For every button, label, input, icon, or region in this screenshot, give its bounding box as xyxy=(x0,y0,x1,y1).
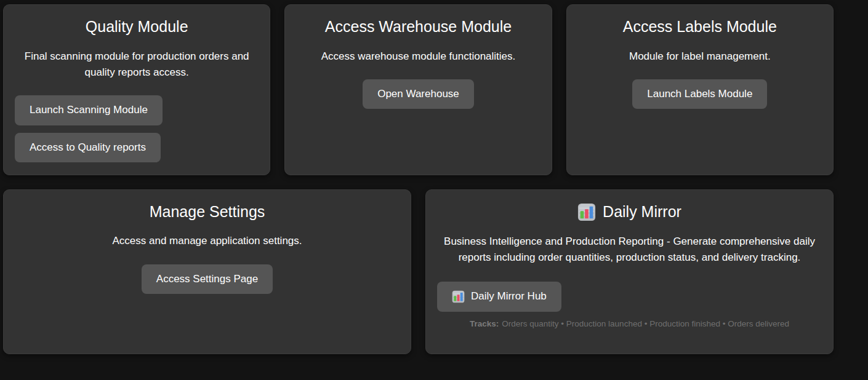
tracks-line: Tracks:Orders quantity • Production laun… xyxy=(436,319,822,329)
access-quality-reports-button[interactable]: Access to Quality reports xyxy=(15,133,161,162)
card-daily-mirror: Daily Mirror Business Intelligence and P… xyxy=(425,189,834,354)
card-description: Module for label management. xyxy=(577,49,822,65)
warehouse-buttons-group: Open Warehouse xyxy=(295,79,540,109)
bar-chart-icon xyxy=(577,203,596,221)
daily-mirror-hub-button[interactable]: Daily Mirror Hub xyxy=(437,282,561,312)
card-warehouse-module: Access Warehouse Module Access warehouse… xyxy=(284,4,552,175)
open-warehouse-button[interactable]: Open Warehouse xyxy=(363,79,474,109)
button-label: Launch Labels Module xyxy=(647,88,752,100)
bar-chart-icon xyxy=(452,290,465,303)
quality-buttons-group: Launch Scanning Module Access to Quality… xyxy=(14,95,259,162)
card-title: Daily Mirror xyxy=(436,203,822,221)
bottom-row: Manage Settings Access and manage applic… xyxy=(3,189,834,354)
top-row: Quality Module Final scanning module for… xyxy=(3,4,834,175)
card-description: Access and manage application settings. xyxy=(84,233,331,249)
access-settings-page-button[interactable]: Access Settings Page xyxy=(142,264,273,294)
card-description: Business Intelligence and Production Rep… xyxy=(444,234,816,266)
button-label: Access to Quality reports xyxy=(30,141,146,154)
card-title: Access Warehouse Module xyxy=(295,18,540,36)
labels-buttons-group: Launch Labels Module xyxy=(577,79,822,109)
button-label: Launch Scanning Module xyxy=(30,104,148,116)
settings-buttons-group: Access Settings Page xyxy=(14,264,400,294)
card-description: Final scanning module for production ord… xyxy=(14,49,259,81)
button-label: Daily Mirror Hub xyxy=(471,290,547,303)
tracks-label: Tracks: xyxy=(470,319,499,328)
launch-labels-module-button[interactable]: Launch Labels Module xyxy=(632,79,767,109)
card-description: Access warehouse module functionalities. xyxy=(295,49,540,65)
card-title: Manage Settings xyxy=(14,203,400,221)
card-title: Quality Module xyxy=(14,18,259,36)
tracks-text: Orders quantity • Production launched • … xyxy=(502,319,789,328)
card-manage-settings: Manage Settings Access and manage applic… xyxy=(3,189,411,354)
daily-mirror-buttons-group: Daily Mirror Hub xyxy=(437,282,822,312)
launch-scanning-module-button[interactable]: Launch Scanning Module xyxy=(15,95,163,125)
card-labels-module: Access Labels Module Module for label ma… xyxy=(566,4,834,175)
card-title: Access Labels Module xyxy=(577,18,822,36)
button-label: Access Settings Page xyxy=(156,273,258,285)
card-quality-module: Quality Module Final scanning module for… xyxy=(3,4,270,175)
button-label: Open Warehouse xyxy=(377,88,459,100)
card-title-text: Daily Mirror xyxy=(603,203,681,221)
module-dashboard: Quality Module Final scanning module for… xyxy=(0,0,834,354)
